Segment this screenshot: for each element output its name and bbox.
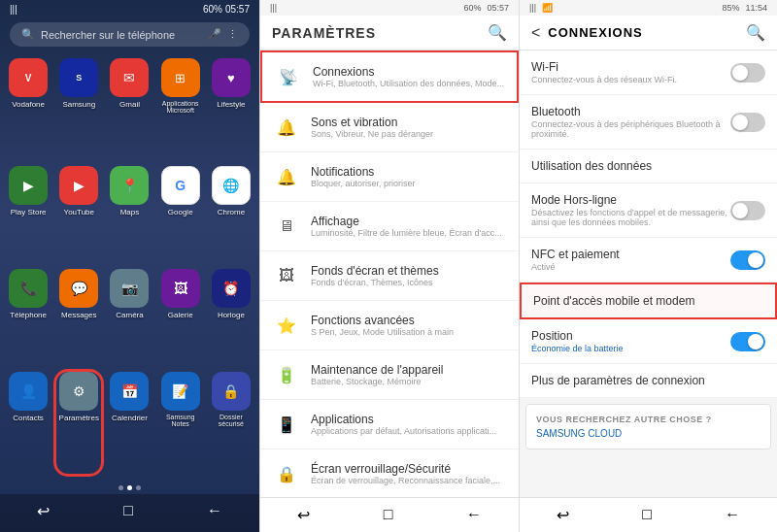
recent-settings[interactable]: ↩ bbox=[297, 506, 310, 524]
donnees-text: Utilisation des données bbox=[531, 159, 765, 173]
settings-item-maintenance[interactable]: 🔋 Maintenance de l'appareil Batterie, St… bbox=[260, 350, 519, 400]
galerie-icon: 🖼 bbox=[161, 269, 200, 308]
app-camera[interactable]: 📷 Caméra bbox=[107, 269, 152, 366]
recent-button[interactable]: ↩ bbox=[37, 502, 50, 520]
nfc-toggle[interactable] bbox=[730, 250, 765, 270]
nfc-text: NFC et paiement Activé bbox=[531, 248, 730, 272]
position-text: Position Économie de la batterie bbox=[531, 329, 730, 353]
app-contacts[interactable]: 👤 Contacts bbox=[6, 372, 51, 474]
app-youtube[interactable]: ▶ YouTube bbox=[56, 166, 101, 263]
fonds-title: Fonds d'écran et thèmes bbox=[311, 264, 507, 278]
samsung-notes-icon: 📝 bbox=[161, 372, 200, 411]
home-conn[interactable]: □ bbox=[642, 506, 652, 524]
samsung-cloud-link[interactable]: SAMSUNG CLOUD bbox=[536, 428, 760, 439]
dossier-securise-label: Dossier sécurisé bbox=[209, 414, 253, 427]
hors-ligne-text: Mode Hors-ligne Désactivez les fonctions… bbox=[531, 193, 730, 227]
wifi-toggle[interactable] bbox=[730, 63, 765, 83]
sons-text: Sons et vibration Sons, Vibreur, Ne pas … bbox=[311, 116, 507, 139]
contacts-label: Contacts bbox=[13, 414, 44, 422]
conn-item-wifi[interactable]: Wi-Fi Connectez-vous à des réseaux Wi-Fi… bbox=[520, 50, 777, 95]
app-dossier-securise[interactable]: 🔒 Dossier sécurisé bbox=[209, 372, 253, 474]
wifi-sub: Connectez-vous à des réseaux Wi-Fi. bbox=[531, 75, 730, 84]
playstore-icon: ▶ bbox=[9, 166, 48, 205]
app-parametres[interactable]: ⚙ Paramètres bbox=[56, 372, 101, 474]
conn-item-bluetooth[interactable]: Bluetooth Connectez-vous à des périphéri… bbox=[520, 95, 777, 150]
app-maps[interactable]: 📍 Maps bbox=[107, 166, 152, 263]
maintenance-title: Maintenance de l'appareil bbox=[311, 363, 507, 377]
back-conn[interactable]: ← bbox=[725, 506, 740, 524]
dot-1 bbox=[118, 485, 123, 490]
settings-item-notifications[interactable]: 🔔 Notifications Bloquer, autoriser, prio… bbox=[260, 152, 519, 202]
app-samsung-notes[interactable]: 📝 Samsung Notes bbox=[158, 372, 203, 474]
app-lifestyle[interactable]: ♥ Lifestyle bbox=[209, 58, 253, 160]
settings-item-fonctions[interactable]: ⭐ Fonctions avancées S Pen, Jeux, Mode U… bbox=[260, 301, 519, 350]
app-google[interactable]: G Google bbox=[158, 166, 203, 263]
plus-text: Plus de paramètres de connexion bbox=[531, 374, 765, 387]
app-samsung[interactable]: S Samsung bbox=[56, 58, 101, 160]
app-chrome[interactable]: 🌐 Chrome bbox=[209, 166, 253, 263]
hors-ligne-title: Mode Hors-ligne bbox=[531, 193, 730, 207]
settings-item-applications[interactable]: 📱 Applications Applications par défaut, … bbox=[260, 400, 519, 449]
time-conn: 11:54 bbox=[745, 3, 767, 13]
bluetooth-toggle[interactable] bbox=[730, 113, 765, 132]
notif-icon: 🔔 bbox=[272, 162, 301, 191]
app-calendrier[interactable]: 📅 Calendrier bbox=[107, 372, 152, 474]
conn-item-point-acces[interactable]: Point d'accès mobile et modem bbox=[520, 283, 777, 319]
home-settings[interactable]: □ bbox=[384, 506, 393, 524]
hors-ligne-toggle[interactable] bbox=[730, 201, 765, 220]
conn-item-donnees[interactable]: Utilisation des données bbox=[520, 150, 777, 183]
settings-item-sons[interactable]: 🔔 Sons et vibration Sons, Vibreur, Ne pa… bbox=[260, 103, 519, 152]
search-icon-settings[interactable]: 🔍 bbox=[488, 23, 507, 42]
settings-item-affichage[interactable]: 🖥 Affichage Luminosité, Filtre de lumièr… bbox=[260, 202, 519, 251]
bluetooth-title: Bluetooth bbox=[531, 105, 730, 118]
samsung-label: Samsung bbox=[62, 100, 95, 109]
fonds-text: Fonds d'écran et thèmes Fonds d'écran, T… bbox=[311, 264, 507, 287]
nav-bar-settings: ↩ □ ← bbox=[260, 497, 519, 532]
search-icon-conn[interactable]: 🔍 bbox=[746, 23, 765, 42]
settings-item-connexions[interactable]: 📡 Connexions Wi-Fi, Bluetooth, Utilisati… bbox=[260, 50, 519, 103]
maintenance-text: Maintenance de l'appareil Batterie, Stoc… bbox=[311, 363, 507, 386]
ecran-sub: Écran de verrouillage, Reconnaissance fa… bbox=[311, 476, 507, 485]
back-button[interactable]: ← bbox=[207, 502, 222, 520]
notif-title: Notifications bbox=[311, 165, 507, 179]
nav-bar-conn: ↩ □ ← bbox=[520, 497, 777, 532]
search-bar[interactable]: 🔍 Rechercher sur le téléphone 🎤 ⋮ bbox=[10, 22, 250, 47]
point-acces-text: Point d'accès mobile et modem bbox=[533, 294, 763, 308]
app-telephone[interactable]: 📞 Téléphone bbox=[6, 269, 51, 366]
nav-bar-home: ↩ □ ← bbox=[0, 494, 259, 532]
settings-panel: ||| 60% 05:57 PARAMÈTRES 🔍 📡 Connexions … bbox=[259, 0, 519, 532]
parametres-label: Paramètres bbox=[59, 414, 99, 422]
nfc-title: NFC et paiement bbox=[531, 248, 730, 261]
conn-item-plus[interactable]: Plus de paramètres de connexion bbox=[520, 364, 777, 398]
conn-item-position[interactable]: Position Économie de la batterie bbox=[520, 319, 777, 364]
app-vodafone[interactable]: V Vodafone bbox=[6, 58, 51, 160]
google-icon: G bbox=[161, 166, 200, 205]
vodafone-icon: V bbox=[9, 58, 48, 97]
back-settings[interactable]: ← bbox=[466, 506, 482, 524]
gmail-label: Gmail bbox=[119, 100, 140, 109]
settings-item-fonds[interactable]: 🖼 Fonds d'écran et thèmes Fonds d'écran,… bbox=[260, 251, 519, 301]
position-toggle[interactable] bbox=[730, 332, 765, 351]
conn-item-nfc[interactable]: NFC et paiement Activé bbox=[520, 238, 777, 283]
settings-item-ecran[interactable]: 🔒 Écran verrouillage/Sécurité Écran de v… bbox=[260, 449, 519, 497]
samsung-cloud-question: VOUS RECHERCHEZ AUTRE CHOSE ? bbox=[536, 415, 760, 424]
back-arrow-conn[interactable]: < bbox=[531, 24, 540, 42]
app-playstore[interactable]: ▶ Play Store bbox=[6, 166, 51, 263]
app-gmail[interactable]: ✉ Gmail bbox=[107, 58, 152, 160]
fonds-icon: 🖼 bbox=[272, 261, 301, 290]
home-screen: ||| 60% 05:57 🔍 Rechercher sur le téléph… bbox=[0, 0, 259, 532]
app-microsoft[interactable]: ⊞ Applications Microsoft bbox=[158, 58, 203, 160]
app-messages[interactable]: 💬 Messages bbox=[56, 269, 101, 366]
applications-sub: Applications par défaut, Autorisations a… bbox=[311, 426, 507, 436]
recent-conn[interactable]: ↩ bbox=[557, 506, 569, 524]
app-galerie[interactable]: 🖼 Galerie bbox=[158, 269, 203, 366]
conn-item-hors-ligne[interactable]: Mode Hors-ligne Désactivez les fonctions… bbox=[520, 183, 777, 238]
status-icons: 60% 05:57 bbox=[203, 4, 250, 15]
settings-header: PARAMÈTRES 🔍 bbox=[260, 16, 519, 50]
affichage-title: Affichage bbox=[311, 215, 507, 228]
app-horloge[interactable]: ⏰ Horloge bbox=[209, 269, 253, 366]
home-button[interactable]: □ bbox=[123, 502, 133, 520]
connections-title: CONNEXIONS bbox=[548, 25, 738, 40]
fonctions-text: Fonctions avancées S Pen, Jeux, Mode Uti… bbox=[311, 314, 507, 337]
position-sub: Économie de la batterie bbox=[531, 344, 730, 353]
